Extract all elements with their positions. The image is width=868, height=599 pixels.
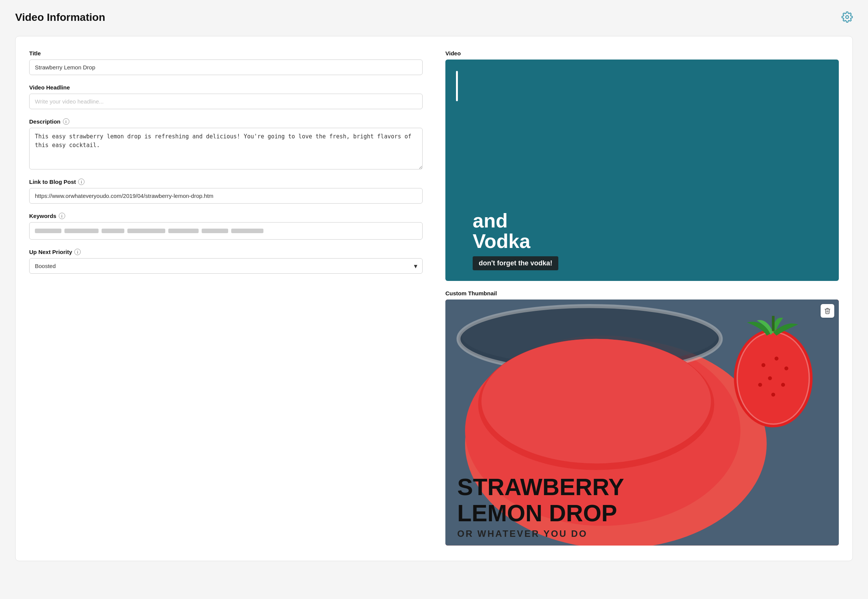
video-headline-field-group: Video Headline xyxy=(29,84,423,109)
video-info-card: Title Video Headline Description i This … xyxy=(15,36,853,561)
video-headline-input[interactable] xyxy=(29,94,423,109)
keywords-info-icon: i xyxy=(59,213,65,219)
svg-text:STRAWBERRY: STRAWBERRY xyxy=(457,474,624,500)
description-info-icon: i xyxy=(63,118,69,125)
video-preview-label: Video xyxy=(445,50,839,56)
description-textarea[interactable]: This easy strawberry lemon drop is refre… xyxy=(29,128,423,169)
svg-point-14 xyxy=(768,376,772,380)
video-main-text: and Vodka xyxy=(473,210,828,252)
settings-button[interactable] xyxy=(841,11,853,25)
link-label: Link to Blog Post i xyxy=(29,179,423,185)
svg-text:OR WHATEVER YOU DO: OR WHATEVER YOU DO xyxy=(457,528,588,539)
svg-text:LEMON DROP: LEMON DROP xyxy=(457,500,617,526)
svg-point-17 xyxy=(771,393,775,397)
thumbnail-label: Custom Thumbnail xyxy=(445,290,839,296)
left-column: Title Video Headline Description i This … xyxy=(29,50,423,546)
svg-point-16 xyxy=(758,383,762,387)
svg-point-0 xyxy=(846,16,849,19)
page-title: Video Information xyxy=(15,11,105,24)
keywords-input-container[interactable] xyxy=(29,222,423,240)
svg-point-15 xyxy=(781,383,785,387)
title-input[interactable] xyxy=(29,60,423,75)
svg-point-13 xyxy=(784,366,788,370)
description-field-group: Description i This easy strawberry lemon… xyxy=(29,118,423,169)
link-input[interactable] xyxy=(29,188,423,204)
title-label: Title xyxy=(29,50,423,56)
video-headline-label: Video Headline xyxy=(29,84,423,91)
svg-point-11 xyxy=(761,363,765,367)
description-label: Description i xyxy=(29,118,423,125)
video-sub-text: don't forget the vodka! xyxy=(473,256,558,270)
link-field-group: Link to Blog Post i xyxy=(29,179,423,204)
title-field-group: Title xyxy=(29,50,423,75)
up-next-label: Up Next Priority i xyxy=(29,249,423,255)
up-next-select-wrapper: Boosted Normal Low ▾ xyxy=(29,258,423,274)
thumbnail-group: Custom Thumbnail xyxy=(445,290,839,546)
video-preview: and Vodka don't forget the vodka! xyxy=(445,60,839,281)
keywords-label: Keywords i xyxy=(29,213,423,219)
up-next-select[interactable]: Boosted Normal Low xyxy=(29,258,423,274)
up-next-field-group: Up Next Priority i Boosted Normal Low ▾ xyxy=(29,249,423,274)
video-accent-bar xyxy=(456,71,458,101)
page-header: Video Information xyxy=(15,11,853,25)
delete-thumbnail-button[interactable] xyxy=(821,304,834,318)
video-preview-group: Video and Vodka don't forget the vodka! xyxy=(445,50,839,281)
right-column: Video and Vodka don't forget the vodka! … xyxy=(445,50,839,546)
video-content: and Vodka don't forget the vodka! xyxy=(445,201,839,281)
thumbnail-image: STRAWBERRY LEMON DROP OR WHATEVER YOU DO xyxy=(445,300,839,546)
link-info-icon: i xyxy=(78,179,85,185)
up-next-info-icon: i xyxy=(74,249,81,255)
thumbnail-container: STRAWBERRY LEMON DROP OR WHATEVER YOU DO xyxy=(445,300,839,546)
svg-point-12 xyxy=(774,356,778,360)
svg-point-8 xyxy=(481,339,711,464)
keywords-field-group: Keywords i xyxy=(29,213,423,240)
